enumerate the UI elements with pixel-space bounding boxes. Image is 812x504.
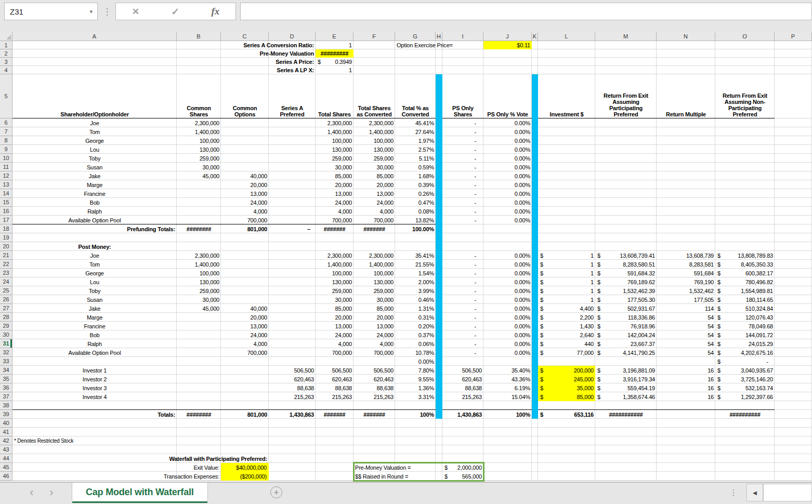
cell-F29[interactable]: 13,000 — [353, 322, 395, 330]
cell-F17[interactable]: 700,000 — [353, 216, 395, 224]
cell-A10[interactable]: Toby — [12, 154, 177, 163]
cell-I9[interactable]: - — [442, 145, 483, 154]
cell-I31[interactable]: - — [442, 339, 483, 348]
cell-A18[interactable]: Prefunding Totals: — [12, 224, 177, 233]
cell-E35[interactable]: 620,463 — [316, 375, 353, 383]
cell-F10[interactable]: 259,000 — [353, 154, 395, 163]
cell-F35[interactable]: 620,463 — [353, 375, 395, 383]
column-header-N[interactable]: N — [657, 32, 715, 41]
cell-E26[interactable]: 30,000 — [316, 295, 353, 304]
column-header-I[interactable]: I — [442, 32, 483, 41]
cell-L23[interactable]: $1 — [538, 269, 595, 277]
cell-G18[interactable]: 100.00% — [395, 224, 436, 233]
row-header-38[interactable]: 38 — [0, 401, 12, 410]
cell-E22[interactable]: 1,400,000 — [316, 260, 353, 269]
cell-D37[interactable]: 215,263 — [269, 392, 316, 401]
formula-bar-input[interactable] — [240, 3, 812, 20]
row-header-2[interactable]: 2 — [0, 49, 12, 58]
column-header-A[interactable]: A — [12, 32, 177, 41]
cell-A45[interactable]: Exit Value: — [12, 463, 221, 472]
cell-B6[interactable]: 2,300,000 — [177, 118, 221, 127]
cell-I6[interactable]: - — [442, 118, 483, 127]
cell-A5[interactable]: Shareholder/Optionholder — [12, 74, 177, 118]
cell-C31[interactable]: 4,000 — [221, 339, 269, 348]
column-header-O[interactable]: O — [715, 32, 775, 41]
cell-O28[interactable]: $120,076.43 — [715, 313, 775, 322]
row-header-36[interactable]: 36 — [0, 383, 12, 392]
cell-G5[interactable]: Total % as Converted — [395, 74, 436, 118]
cell-A28[interactable]: Marge — [12, 313, 177, 322]
cell-I8[interactable]: - — [442, 136, 483, 145]
column-header-J[interactable]: J — [483, 32, 532, 41]
cell-L30[interactable]: $2,640 — [538, 330, 595, 339]
cell-L29[interactable]: $1,430 — [538, 322, 595, 330]
cell-E9[interactable]: 130,000 — [316, 145, 353, 154]
cell-I46[interactable]: $565,000 — [442, 472, 483, 481]
cell-E17[interactable]: 700,000 — [316, 216, 353, 224]
cell-B18[interactable]: ######## — [177, 224, 221, 233]
cell-J22[interactable]: 0.00% — [483, 260, 532, 269]
cell-F45[interactable]: Pre-Money Valuation = — [353, 463, 436, 472]
cell-B21[interactable]: 2,300,000 — [177, 251, 221, 260]
cell-N31[interactable]: 54 — [657, 339, 715, 348]
cell-G30[interactable]: 0.37% — [395, 330, 436, 339]
cell-E15[interactable]: 24,000 — [316, 198, 353, 207]
cell-L5[interactable]: Investment $ — [538, 74, 595, 118]
cell-G13[interactable]: 0.39% — [395, 180, 436, 189]
column-header-F[interactable]: F — [353, 32, 395, 41]
cell-M28[interactable]: $118,336.86 — [595, 313, 657, 322]
column-header-E[interactable]: E — [316, 32, 353, 41]
cell-M39[interactable]: ########### — [595, 410, 657, 419]
cell-F22[interactable]: 1,400,000 — [353, 260, 395, 269]
cell-G6[interactable]: 45.41% — [395, 118, 436, 127]
cell-F24[interactable]: 130,000 — [353, 277, 395, 286]
cell-E5[interactable]: Total Shares — [316, 74, 353, 118]
cell-G16[interactable]: 0.08% — [395, 207, 436, 216]
cell-I26[interactable]: - — [442, 295, 483, 304]
cell-E32[interactable]: 700,000 — [316, 348, 353, 357]
cell-B23[interactable]: 100,000 — [177, 269, 221, 277]
cell-A29[interactable]: Francine — [12, 322, 177, 330]
cell-E34[interactable]: 506,500 — [316, 366, 353, 375]
cell-O29[interactable]: $78,049.68 — [715, 322, 775, 330]
cell-A14[interactable]: Francine — [12, 189, 177, 198]
cell-B9[interactable]: 130,000 — [177, 145, 221, 154]
cell-M31[interactable]: $23,667.37 — [595, 339, 657, 348]
cell-I23[interactable]: - — [442, 269, 483, 277]
cell-F15[interactable]: 24,000 — [353, 198, 395, 207]
cell-A37[interactable]: Investor 4 — [12, 392, 177, 401]
cell-J24[interactable]: 0.00% — [483, 277, 532, 286]
cell-J5[interactable]: PS Only % Vote — [483, 74, 532, 118]
cell-N22[interactable]: 8,283,581 — [657, 260, 715, 269]
cell-I45[interactable]: $2,000,000 — [442, 463, 483, 472]
row-header-24[interactable]: 24 — [0, 277, 12, 286]
row-header-45[interactable]: 45 — [0, 463, 12, 472]
row-header-35[interactable]: 35 — [0, 375, 12, 383]
cell-N23[interactable]: 591,684 — [657, 269, 715, 277]
cell-A23[interactable]: George — [12, 269, 177, 277]
cell-O34[interactable]: $3,040,935.67 — [715, 366, 775, 375]
cell-A7[interactable]: Tom — [12, 127, 177, 136]
cell-E1[interactable]: 1 — [316, 41, 353, 49]
cell-A11[interactable]: Susan — [12, 163, 177, 171]
column-header-B[interactable]: B — [177, 32, 221, 41]
cell-A44[interactable]: Waterfall with Participating Preferred: — [12, 454, 269, 463]
cell-A24[interactable]: Lou — [12, 277, 177, 286]
cell-B5[interactable]: Common Shares — [177, 74, 221, 118]
row-header-10[interactable]: 10 — [0, 154, 12, 163]
select-all-corner[interactable] — [0, 32, 12, 41]
cell-F8[interactable]: 100,000 — [353, 136, 395, 145]
row-header-1[interactable]: 1 — [0, 41, 12, 49]
cell-O36[interactable]: $532,163.74 — [715, 383, 775, 392]
cell-I22[interactable]: - — [442, 260, 483, 269]
cell-G36[interactable]: 1.36% — [395, 383, 436, 392]
cell-A25[interactable]: Toby — [12, 286, 177, 295]
cell-J6[interactable]: 0.00% — [483, 118, 532, 127]
cell-B7[interactable]: 1,400,000 — [177, 127, 221, 136]
cell-G39[interactable]: 100% — [395, 410, 436, 419]
cell-I39[interactable]: 1,430,863 — [442, 410, 483, 419]
cell-I29[interactable]: - — [442, 322, 483, 330]
cell-C28[interactable]: 20,000 — [221, 313, 269, 322]
cell-G31[interactable]: 0.06% — [395, 339, 436, 348]
cell-E31[interactable]: 4,000 — [316, 339, 353, 348]
